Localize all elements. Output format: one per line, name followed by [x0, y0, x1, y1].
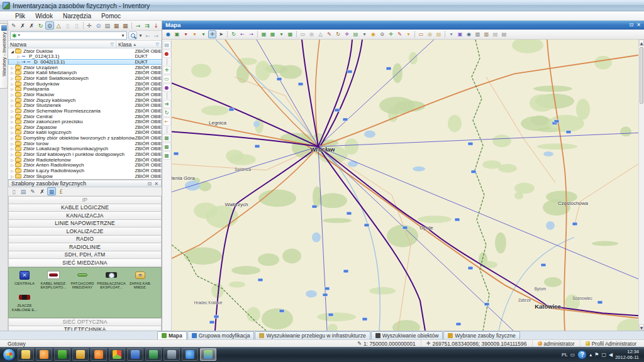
taskbar-app-windows-explorer[interactable]: [18, 348, 34, 361]
tree-row[interactable]: ▷Zbiór Złączy kablowychZBIÓR OBIEKTÓW: [8, 97, 162, 103]
zoom-scale-icon[interactable]: ▾: [277, 30, 286, 38]
zoom-out-icon[interactable]: ▦: [269, 30, 277, 38]
expand-icon[interactable]: ▷: [9, 146, 15, 151]
category-sdh-pdh-atm[interactable]: SDH, PDH, ATM: [8, 251, 162, 260]
tab-wyszukiwanie-obiekt-w[interactable]: Wyszukiwanie obiektów: [371, 331, 443, 339]
title-bar[interactable]: Inwentaryzacja zasobów fizycznych - Inve…: [0, 0, 644, 11]
collapse-icon[interactable]: ◢: [9, 49, 15, 53]
select-rect-arrow-icon[interactable]: ▭: [163, 75, 171, 83]
expand-icon[interactable]: ▷: [9, 119, 15, 124]
select-poly-icon[interactable]: △: [316, 30, 325, 38]
disabled-1-icon[interactable]: ▯: [64, 21, 72, 30]
layer-edit-icon[interactable]: ✎: [396, 30, 404, 38]
keyboard-icon[interactable]: ▭: [570, 352, 575, 358]
expand-icon[interactable]: ▷: [9, 174, 15, 178]
menu-widok[interactable]: Widok: [30, 12, 58, 20]
scroll-up-icon[interactable]: ▲: [639, 40, 644, 46]
close-panel-icon[interactable]: ✕: [154, 181, 158, 187]
select-rect-icon[interactable]: ▭: [299, 30, 307, 38]
tree-row[interactable]: ▷Zbiór zakończeń przeciskuZBIÓR OBIEKTÓW: [8, 119, 162, 124]
category-radiolinie[interactable]: RADIOLINIE: [8, 243, 162, 251]
category-ip[interactable]: IP: [8, 196, 162, 204]
add-to-map-icon[interactable]: ✛: [85, 21, 93, 30]
grid-check-1-icon[interactable]: ▦: [163, 134, 171, 142]
scroll-thumb[interactable]: [640, 47, 643, 104]
show-hidden-icons[interactable]: ▴: [589, 352, 592, 358]
expand-icon[interactable]: ▷: [9, 76, 15, 80]
category-kable-logiczne[interactable]: KABLE LOGICZNE: [8, 204, 162, 212]
expand-icon[interactable]: ▷: [9, 70, 15, 75]
copy-template-icon[interactable]: ▤: [19, 187, 28, 195]
map-layers-icon[interactable]: ▣: [173, 30, 181, 38]
tree-row[interactable]: ▷Zbiór Schematów RozmieszczaniaZBIÓR OBI…: [8, 108, 162, 114]
scroll-down-icon[interactable]: ▼: [639, 324, 644, 331]
menu-pomoc[interactable]: Pomoc: [96, 12, 126, 20]
disabled-2-icon[interactable]: ▯: [72, 21, 80, 30]
select-point-red-icon[interactable]: ●: [163, 50, 171, 58]
tree-row[interactable]: ▷→∼D_0042(13.1)DUKT: [8, 59, 162, 65]
tab-grupowa-modyfikacja[interactable]: Grupowa modyfikacja: [187, 331, 255, 339]
template-item[interactable]: ✕Centrala: [10, 270, 39, 290]
copy-view-icon[interactable]: ▤: [163, 41, 171, 49]
view-forward-icon[interactable]: →: [247, 30, 255, 38]
tree-row[interactable]: ▷Zbiór Kabli MiedzianychZBIÓR OBIEKTÓW: [8, 70, 162, 76]
action-center-flag-icon[interactable]: ⚑: [594, 352, 599, 358]
expand-icon[interactable]: ▷: [9, 168, 15, 173]
tree-row[interactable]: ▷Domyślny zbiór obiektów tworzonych z sz…: [8, 135, 162, 141]
edit-vertices-icon[interactable]: ▤: [352, 30, 360, 38]
zoom-extent-icon[interactable]: ▦: [286, 30, 294, 38]
buffer-icon[interactable]: ◎: [426, 30, 434, 38]
layer-warn-icon[interactable]: ▾: [404, 30, 413, 38]
pin-panel-icon[interactable]: ⊡: [630, 22, 634, 28]
tab-wyszukiwanie-przebiegu-w-infrastrukturze[interactable]: Wyszukiwanie przebiegu w infrastrukturze: [255, 331, 370, 339]
expand-icon[interactable]: ▷: [9, 136, 15, 140]
pin-panel-icon[interactable]: ⊡: [148, 181, 152, 187]
legend-icon[interactable]: ◉: [369, 30, 377, 38]
language-indicator[interactable]: PL: [562, 352, 568, 358]
themes-icon[interactable]: ▣: [456, 30, 464, 38]
edit-template-icon[interactable]: ✎: [28, 187, 37, 195]
labels-icon[interactable]: ▾: [447, 30, 455, 38]
expand-icon[interactable]: ▷: [9, 82, 15, 86]
tree-row[interactable]: ▷∼P_0124(13.1)DUKT: [8, 54, 162, 60]
filter-icon[interactable]: ▽: [156, 42, 159, 47]
icon-view-icon[interactable]: ▦: [47, 187, 56, 195]
expand-icon[interactable]: ▷: [9, 87, 15, 91]
filter-icon[interactable]: ▽: [111, 42, 114, 47]
category-sieć-optyczna[interactable]: SIEĆ OPTYCZNA: [8, 318, 162, 326]
category-radio[interactable]: RADIO: [8, 236, 162, 244]
tree-row[interactable]: ▷Zbiór kabli logicznychZBIÓR OBIEKTÓW: [8, 130, 162, 136]
print-map-icon[interactable]: ▥: [474, 30, 482, 38]
rotate-icon[interactable]: ↻: [334, 30, 342, 38]
category-lokalizacje[interactable]: LOKALIZACJE: [8, 228, 162, 236]
export-image-icon[interactable]: ▥: [482, 30, 491, 38]
import-pin-icon[interactable]: ↓: [152, 21, 160, 30]
properties-icon[interactable]: ▤: [103, 21, 111, 30]
search-button[interactable]: [128, 31, 137, 40]
help-notification-icon[interactable]: ?: [577, 350, 587, 359]
hierarchy-icon[interactable]: △: [55, 21, 63, 30]
combo-dropdown-icon[interactable]: ▼: [121, 33, 125, 38]
taskbar-app-messenger[interactable]: [54, 348, 70, 361]
expand-icon[interactable]: ▷: [16, 54, 21, 58]
column-header-klasa[interactable]: Klasa ▲ ▽: [116, 41, 162, 48]
refresh-map-icon[interactable]: ↻: [230, 30, 238, 38]
page-next-icon[interactable]: ▤: [500, 30, 508, 38]
grid-check-2-icon[interactable]: ▦: [163, 143, 171, 151]
expand-icon[interactable]: ▷: [9, 130, 15, 134]
taskbar-app-excel[interactable]: [145, 348, 162, 361]
expand-icon[interactable]: ▷: [9, 163, 15, 167]
column-header-nazwa[interactable]: Nazwa ▽: [8, 41, 116, 48]
pin-orange-icon[interactable]: ▾: [191, 30, 199, 38]
delete-template-icon[interactable]: ✗: [38, 187, 47, 195]
close-panel-icon[interactable]: ✕: [636, 22, 641, 28]
select-circle-icon[interactable]: ◎: [308, 30, 316, 38]
expand-icon[interactable]: ▷: [9, 103, 15, 107]
history-forward-icon[interactable]: →: [152, 33, 160, 39]
new-template-icon[interactable]: ▯: [9, 187, 18, 195]
template-item[interactable]: PRZEŁĄCZNICA EKSPLOAT...: [97, 270, 126, 290]
taskbar-clock[interactable]: 12:34 2012-06-11: [615, 349, 641, 361]
expand-icon[interactable]: ▷: [16, 60, 21, 64]
template-item[interactable]: KABEL MIEDZ. EKSPLOATO...: [39, 270, 68, 290]
network-icon[interactable]: ▢: [601, 352, 606, 358]
